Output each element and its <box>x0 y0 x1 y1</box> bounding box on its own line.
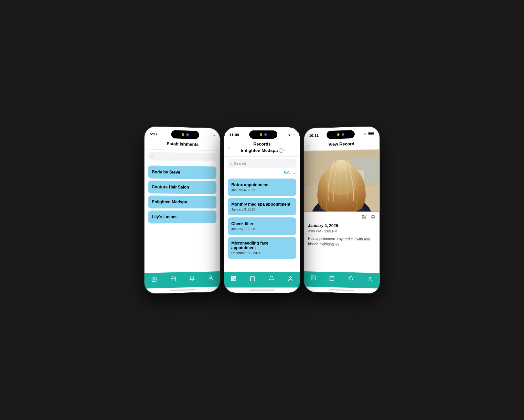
record-date-1: January 3, 2025 <box>231 207 293 211</box>
tab-bell-right[interactable] <box>348 276 354 282</box>
list-item[interactable]: Lily's Lashes <box>148 211 216 224</box>
search-bar-establishments[interactable]: ⌕ <box>148 152 216 161</box>
edit-button[interactable] <box>362 215 366 220</box>
list-item[interactable]: Enlighten Medspa <box>148 195 216 208</box>
tab-bar-right <box>304 271 379 289</box>
record-body: January 4, 2025 3:00 PM - 5:00 PM Hair a… <box>304 212 379 273</box>
hair-svg <box>304 149 379 212</box>
dots-icon: ··· <box>213 134 215 137</box>
svg-rect-4 <box>171 277 176 281</box>
record-title-2: Cheek filler <box>231 222 293 226</box>
tab-calendar-center[interactable] <box>250 276 255 281</box>
record-title-1: Monthly med spa appointment <box>231 202 293 207</box>
nav-header-view-record: ‹ View Record <box>304 139 379 151</box>
nav-header-establishments: Establishments <box>145 139 220 151</box>
tab-person-left[interactable] <box>208 275 213 281</box>
tab-bell-center[interactable] <box>269 276 274 281</box>
island-dot-purple-r <box>342 133 344 136</box>
island-dot-orange <box>182 133 184 136</box>
search-placeholder: Search <box>234 161 246 165</box>
svg-point-17 <box>289 277 291 278</box>
tab-records-center[interactable] <box>231 276 236 281</box>
nav-header-records: ‹ Records Enlighten Medspa i <box>224 140 300 157</box>
svg-rect-20 <box>374 133 374 134</box>
establishment-name-3: Lily's Lashes <box>152 215 213 219</box>
phone-center: 11:09 ··· <box>224 127 300 293</box>
establishments-list: Body by Steve Couture Hair Salon Enlight… <box>145 163 220 273</box>
hair-photo <box>304 149 379 212</box>
tab-bell-left[interactable] <box>189 275 195 281</box>
tab-records-left[interactable] <box>151 276 157 282</box>
record-date-display: January 4, 2025 <box>308 223 375 228</box>
search-icon-left: ⌕ <box>151 154 153 158</box>
back-button-center[interactable]: ‹ <box>228 145 230 151</box>
dynamic-island-right <box>327 130 355 139</box>
record-item-2[interactable]: Cheek filler January 1, 2025 <box>228 217 296 235</box>
record-title-0: Botox appointment <box>231 183 293 187</box>
tab-calendar-right[interactable] <box>329 275 335 281</box>
record-item-1[interactable]: Monthly med spa appointment January 3, 2… <box>228 198 296 215</box>
search-icon-center: ⌕ <box>230 161 232 165</box>
svg-rect-19 <box>368 132 373 134</box>
phone-left: 5:37 ··· Establishments ⌕ Body by <box>144 126 221 294</box>
tab-records-right[interactable] <box>311 275 316 281</box>
record-item-0[interactable]: Botox appointment January 6, 2025 <box>228 179 296 196</box>
establishment-name-2: Enlighten Medspa <box>152 200 213 205</box>
record-date-2: January 1, 2025 <box>231 227 293 231</box>
establishment-name-0: Body by Steve <box>152 170 213 175</box>
phones-container: 5:37 ··· Establishments ⌕ Body by <box>139 105 385 315</box>
status-bar-left: 5:37 ··· <box>145 126 220 141</box>
establishments-title: Establishments <box>149 141 216 148</box>
status-icons-center: ··· <box>288 133 295 136</box>
list-item[interactable]: Couture Hair Salon <box>148 181 216 194</box>
screen-view-record: 10:11 <box>304 126 379 294</box>
dots-center: ··· <box>293 133 295 136</box>
svg-point-8 <box>210 276 212 278</box>
tab-person-center[interactable] <box>288 276 293 281</box>
establishment-name-1: Couture Hair Salon <box>152 185 213 190</box>
records-title: Records <box>228 142 296 147</box>
record-item-3[interactable]: Microneedling face appointment December … <box>228 237 296 259</box>
view-record-title: View Record <box>308 141 375 148</box>
time-right: 10:11 <box>309 133 319 138</box>
record-title-3: Microneedling face appointment <box>231 241 293 250</box>
tab-bar-center <box>224 272 300 288</box>
time-left: 5:37 <box>150 131 158 136</box>
establishment-name-header: Enlighten Medspa <box>241 148 278 153</box>
record-date-3: December 30, 2024 <box>231 251 293 255</box>
back-button-right[interactable]: ‹ <box>308 143 310 148</box>
screen-records: 11:09 ··· <box>224 127 300 293</box>
info-icon-center[interactable]: i <box>279 148 283 153</box>
wifi-icon-right <box>363 132 367 136</box>
wifi-icon-center <box>288 133 292 136</box>
status-icons-left: ··· <box>213 134 215 137</box>
tab-calendar-left[interactable] <box>170 276 176 282</box>
records-list: Botox appointment January 6, 2025 Monthl… <box>224 176 300 272</box>
status-bar-right: 10:11 <box>304 126 379 141</box>
island-dot-purple-c <box>264 133 267 136</box>
dynamic-island-left <box>171 130 199 139</box>
refer-link[interactable]: Refer a f <box>224 170 300 176</box>
tab-bar-left <box>145 271 220 289</box>
svg-rect-32 <box>330 277 334 281</box>
status-icons-right <box>363 132 374 136</box>
record-notes-display: Hair appointment. Layered cut with ash b… <box>308 236 375 248</box>
time-center: 11:09 <box>229 132 239 137</box>
search-bar-records[interactable]: ⌕ Search <box>228 159 296 168</box>
home-indicator-center <box>224 288 300 293</box>
svg-point-36 <box>369 277 371 279</box>
list-item[interactable]: Body by Steve <box>148 165 216 179</box>
svg-rect-13 <box>250 277 255 281</box>
delete-button[interactable] <box>371 215 375 220</box>
phone-right: 10:11 <box>303 126 380 294</box>
record-actions <box>308 215 375 221</box>
island-dot-purple <box>186 133 189 136</box>
screen-establishments: 5:37 ··· Establishments ⌕ Body by <box>145 126 220 294</box>
record-photo <box>304 149 379 212</box>
battery-right <box>368 132 374 136</box>
dynamic-island-center <box>249 130 277 139</box>
island-dot-orange-r <box>337 133 340 136</box>
tab-person-right[interactable] <box>367 276 373 282</box>
island-dot-orange-c <box>260 133 262 136</box>
record-time-display: 3:00 PM - 5:00 PM <box>308 229 375 234</box>
